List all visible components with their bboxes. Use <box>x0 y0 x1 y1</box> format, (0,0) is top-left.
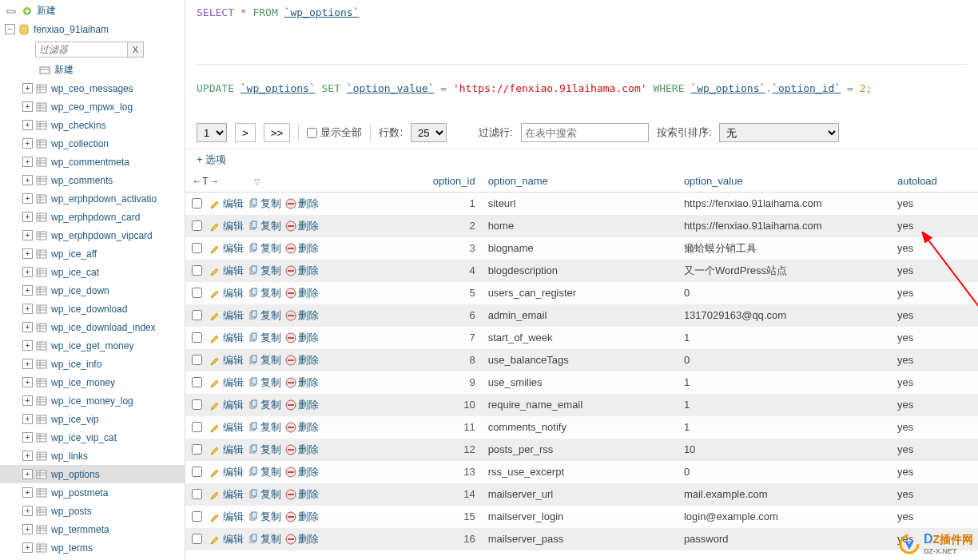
show-all-toggle[interactable]: 显示全部 <box>307 125 362 140</box>
edit-link[interactable]: 编辑 <box>210 532 244 546</box>
delete-link[interactable]: 删除 <box>285 532 319 546</box>
edit-link[interactable]: 编辑 <box>210 487 244 502</box>
cell-autoload[interactable]: yes <box>891 304 978 327</box>
cell-option-name[interactable]: siteurl <box>482 193 678 215</box>
expand-icon[interactable]: + <box>22 359 33 369</box>
edit-link[interactable]: 编辑 <box>210 420 244 435</box>
copy-link[interactable]: 复制 <box>248 398 281 412</box>
cell-autoload[interactable]: yes <box>891 483 978 506</box>
th-option-value[interactable]: option_value <box>678 170 891 193</box>
sort-by-select[interactable]: 无 <box>719 123 839 142</box>
delete-link[interactable]: 删除 <box>285 286 319 300</box>
copy-link[interactable]: 复制 <box>248 465 281 479</box>
expand-icon[interactable]: + <box>22 506 33 516</box>
tree-new-top[interactable]: 新建 <box>0 2 185 20</box>
cell-option-value[interactable]: 1317029163@qq.com <box>678 304 891 327</box>
expand-icon[interactable]: + <box>22 377 33 387</box>
copy-link[interactable]: 复制 <box>248 197 281 211</box>
copy-link[interactable]: 复制 <box>248 375 281 390</box>
cell-option-id[interactable]: 13 <box>392 461 482 483</box>
tree-table-item[interactable]: +wp_posts <box>0 502 185 520</box>
expand-icon[interactable]: + <box>22 120 33 130</box>
tree-table-item[interactable]: +wp_ceo_mpwx_log <box>0 97 185 116</box>
tree-table-item[interactable]: +wp_comments <box>0 171 185 189</box>
tree-table-item[interactable]: +wp_ceo_messages <box>0 79 185 97</box>
expand-icon[interactable]: + <box>22 267 33 277</box>
copy-link[interactable]: 复制 <box>248 308 281 323</box>
edit-link[interactable]: 编辑 <box>210 465 244 479</box>
cell-option-name[interactable]: use_smilies <box>482 371 678 394</box>
cell-option-id[interactable]: 3 <box>392 237 482 260</box>
cell-autoload[interactable]: yes <box>891 528 978 550</box>
expand-icon[interactable]: + <box>22 285 33 296</box>
cell-option-value[interactable]: https://fenxiao.91laihama.com <box>678 215 891 237</box>
cell-option-id[interactable]: 7 <box>392 327 482 349</box>
cell-option-name[interactable]: use_balanceTags <box>482 349 678 371</box>
copy-link[interactable]: 复制 <box>248 532 281 546</box>
cell-option-id[interactable]: 14 <box>392 483 482 506</box>
row-checkbox[interactable] <box>192 377 202 387</box>
tree-new-table[interactable]: 新建 <box>0 61 185 79</box>
cell-option-name[interactable]: mailserver_pass <box>482 528 678 550</box>
cell-option-name[interactable]: users_can_register <box>482 282 678 304</box>
edit-link[interactable]: 编辑 <box>210 264 244 278</box>
tree-table-item[interactable]: +wp_terms <box>0 538 185 557</box>
expand-icon[interactable]: + <box>22 524 33 534</box>
cell-option-id[interactable]: 5 <box>392 282 482 304</box>
cell-option-value[interactable]: 0 <box>678 349 891 371</box>
delete-link[interactable]: 删除 <box>285 241 319 256</box>
edit-link[interactable]: 编辑 <box>210 375 244 390</box>
th-option-id[interactable]: option_id <box>392 170 482 193</box>
cell-option-id[interactable]: 9 <box>392 371 482 394</box>
tree-table-item[interactable]: +wp_ice_aff <box>0 244 185 263</box>
copy-link[interactable]: 复制 <box>248 420 281 435</box>
tree-table-item[interactable]: +wp_options <box>0 465 185 483</box>
expand-icon[interactable]: + <box>22 542 33 553</box>
cell-autoload[interactable]: yes <box>891 260 978 282</box>
cell-option-name[interactable]: mailserver_login <box>482 506 678 528</box>
delete-link[interactable]: 删除 <box>285 420 319 435</box>
delete-link[interactable]: 删除 <box>285 465 319 479</box>
cell-option-value[interactable]: 癞蛤蟆分销工具 <box>678 237 891 260</box>
row-checkbox[interactable] <box>192 355 202 365</box>
tree-table-item[interactable]: +wp_ice_download <box>0 300 185 318</box>
expand-icon[interactable]: + <box>22 212 33 222</box>
th-actions[interactable]: ←T→ ▽ <box>185 170 392 193</box>
cell-option-id[interactable]: 8 <box>392 349 482 371</box>
row-checkbox[interactable] <box>192 534 202 544</box>
tree-table-item[interactable]: +wp_ice_money <box>0 373 185 391</box>
cell-option-id[interactable]: 2 <box>392 215 482 237</box>
cell-option-id[interactable]: 10 <box>392 394 482 416</box>
expand-icon[interactable]: + <box>22 487 33 498</box>
cell-option-id[interactable]: 11 <box>392 416 482 439</box>
tree-table-item[interactable]: +wp_ice_cat <box>0 263 185 281</box>
cell-option-value[interactable]: 1 <box>678 416 891 439</box>
filter-rows-input[interactable] <box>521 123 649 142</box>
cell-option-name[interactable]: blogdescription <box>482 260 678 282</box>
row-checkbox[interactable] <box>192 511 202 522</box>
copy-link[interactable]: 复制 <box>248 331 281 345</box>
expand-icon[interactable]: + <box>22 322 33 332</box>
tree-database[interactable]: − fenxiao_91laiham <box>0 20 185 38</box>
tree-table-item[interactable]: +wp_ice_get_money <box>0 336 185 355</box>
cell-autoload[interactable]: yes <box>891 394 978 416</box>
tree-filter-input[interactable] <box>35 42 128 58</box>
expand-icon[interactable]: + <box>22 248 33 259</box>
cell-option-name[interactable]: blogname <box>482 237 678 260</box>
delete-link[interactable]: 删除 <box>285 331 319 345</box>
cell-option-value[interactable]: 1 <box>678 394 891 416</box>
row-checkbox[interactable] <box>192 198 202 209</box>
edit-link[interactable]: 编辑 <box>210 443 244 457</box>
cell-autoload[interactable]: yes <box>891 327 978 349</box>
cell-option-id[interactable]: 16 <box>392 528 482 550</box>
show-all-checkbox[interactable] <box>307 128 317 138</box>
expand-icon[interactable]: + <box>22 414 33 424</box>
copy-link[interactable]: 复制 <box>248 264 281 278</box>
expand-icon[interactable]: + <box>22 83 33 93</box>
last-page-button[interactable]: >> <box>264 123 291 142</box>
edit-link[interactable]: 编辑 <box>210 241 244 256</box>
expand-icon[interactable]: + <box>22 340 33 351</box>
tree-table-item[interactable]: +wp_collection <box>0 134 185 153</box>
cell-option-name[interactable]: admin_email <box>482 304 678 327</box>
edit-link[interactable]: 编辑 <box>210 219 244 233</box>
